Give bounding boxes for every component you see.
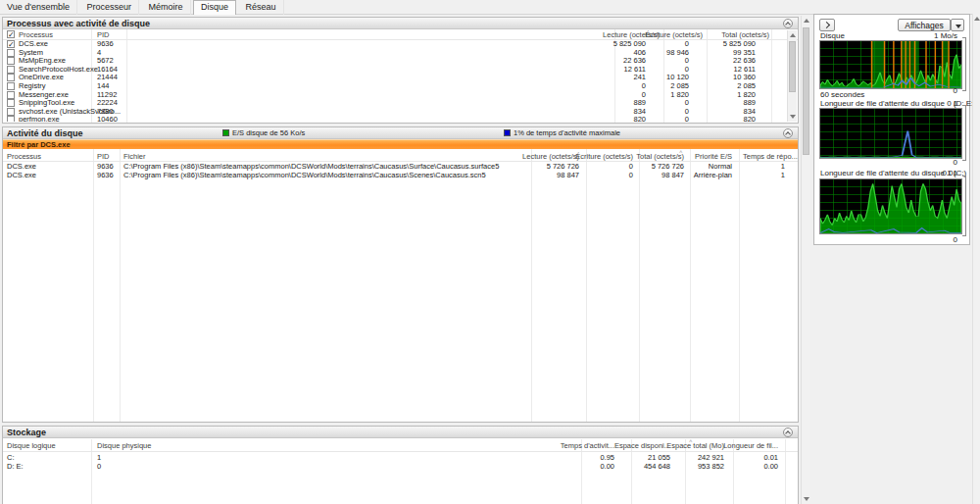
chart-title: Disque	[820, 31, 845, 40]
col-header-queue-length[interactable]: Longueur de fil...	[700, 440, 778, 452]
scroll-up-icon[interactable]	[790, 33, 796, 37]
chart-scale-top: 0.01	[942, 169, 957, 177]
chart-scale-bottom: 0	[954, 235, 957, 244]
tab-vue-densemble[interactable]: Vue d'ensemble	[0, 0, 77, 15]
processes-scrollbar[interactable]	[787, 30, 797, 122]
column-divider	[93, 149, 94, 422]
scale-bracket	[962, 37, 966, 91]
column-divider	[120, 149, 121, 422]
views-button[interactable]: Affichages	[898, 19, 951, 31]
scrollbar-thumb[interactable]	[803, 27, 809, 155]
scroll-up-icon[interactable]	[804, 19, 809, 23]
storage-rows: C: 1 0.95 21 055 242 921 0.01 D: E: 0 0.…	[3, 454, 798, 471]
cell-priority: Arrière-plan	[673, 172, 732, 180]
column-divider	[586, 149, 587, 422]
main-scrollbar[interactable]	[801, 16, 810, 504]
process-checkbox[interactable]	[7, 74, 15, 81]
processes-table-header: ✓ Processus PID Lecture (octets/s) Écrit…	[3, 29, 798, 40]
filter-bar[interactable]: Filtré par DCS.exe	[3, 139, 798, 149]
col-header-total[interactable]: Total (octets/s)	[691, 29, 769, 40]
activity-rows: DCS.exe 9636 C:\Program Files (x86)\Stea…	[3, 163, 798, 179]
process-checkbox[interactable]	[7, 91, 15, 99]
cell-queue: 0.00	[700, 463, 778, 472]
processes-panel-header[interactable]: Processus avec activité de disque	[3, 18, 798, 29]
collapse-icon[interactable]	[783, 128, 793, 138]
scale-bracket	[962, 176, 966, 236]
select-all-checkbox[interactable]: ✓	[7, 30, 15, 38]
disk-activity-panel: Activité du disque E/S disque de 56 Ko/s…	[2, 126, 799, 423]
tab-bar: Vue d'ensemble Processeur Mémoire Disque…	[0, 0, 980, 15]
process-row[interactable]: svchost.exe (UnistackSvcGro...7880834083…	[3, 108, 784, 117]
collapse-icon[interactable]	[783, 428, 793, 437]
sidebar-scrollbar[interactable]	[972, 14, 980, 504]
process-row[interactable]: MsMpEng.exe567222 636022 636	[3, 57, 784, 66]
cell-response: 1	[746, 163, 785, 172]
storage-title: Stockage	[7, 427, 46, 438]
tab-disque[interactable]: Disque	[193, 0, 236, 15]
processes-panel: Processus avec activité de disque ✓ Proc…	[2, 17, 799, 124]
cell-total: 98 847	[606, 172, 684, 180]
cell-physical: 0	[97, 463, 101, 472]
col-header-pid[interactable]: PID	[97, 29, 110, 40]
disk1-queue-graph	[819, 178, 962, 234]
process-row[interactable]: perfmon.exe104608200820	[3, 116, 784, 122]
process-checkbox[interactable]: ✓	[7, 40, 15, 48]
column-divider	[531, 149, 532, 422]
col-header-priority[interactable]: Priorité E/S	[673, 151, 732, 162]
col-header-process[interactable]: Processus	[19, 29, 53, 40]
col-header-physical-disk[interactable]: Disque physique	[97, 440, 151, 452]
column-divider	[739, 149, 740, 422]
io-legend-swatch	[222, 129, 229, 136]
chart-scale-bottom: 0	[954, 158, 957, 167]
cell-process: DCS.exe	[7, 172, 36, 180]
process-checkbox[interactable]	[7, 49, 15, 57]
col-header-process[interactable]: Processus	[7, 151, 41, 162]
col-header-total[interactable]: Total (octets/s)	[606, 151, 684, 162]
scroll-down-icon[interactable]	[804, 497, 809, 501]
process-checkbox[interactable]	[7, 99, 15, 107]
chart-scale-top: 1 Mo/s	[934, 31, 957, 40]
process-checkbox[interactable]	[7, 108, 15, 116]
chart-xlabel: 60 secondes	[820, 90, 864, 99]
collapse-sidebar-button[interactable]	[819, 19, 835, 31]
process-row[interactable]: System440698 94699 351	[3, 49, 784, 58]
table-row[interactable]: DCS.exe 9636 C:\Program Files (x86)\Stea…	[3, 172, 798, 180]
cell-file: C:\Program Files (x86)\Steam\steamapps\c…	[123, 172, 486, 180]
process-row[interactable]: Registry14402 0852 085	[3, 82, 784, 91]
tab-memoire[interactable]: Mémoire	[142, 0, 191, 15]
tab-reseau[interactable]: Réseau	[239, 0, 284, 15]
process-checkbox[interactable]	[7, 82, 15, 90]
activity-table-header: Processus PID Fichier Lecture (octets/s)…	[3, 151, 798, 162]
process-checkbox[interactable]	[7, 57, 15, 65]
cell-pid: 9636	[97, 172, 114, 180]
process-checkbox[interactable]	[7, 116, 15, 122]
process-checkbox[interactable]	[7, 66, 15, 74]
disk0-queue-graph	[819, 108, 962, 159]
tab-processeur[interactable]: Processeur	[79, 0, 139, 15]
disk-io-graph	[819, 40, 962, 89]
table-row[interactable]: C: 1 0.95 21 055 242 921 0.01	[3, 454, 798, 463]
filter-bar-label: Filtré par DCS.exe	[7, 140, 71, 149]
col-header-logical-disk[interactable]: Disque logique	[7, 440, 56, 452]
scrollbar-thumb[interactable]	[789, 41, 796, 92]
io-legend-label: E/S disque de 56 Ko/s	[232, 127, 305, 139]
col-header-pid[interactable]: PID	[97, 151, 110, 162]
cell-pid: 10460	[97, 116, 118, 122]
storage-header[interactable]: Stockage	[3, 427, 798, 438]
col-header-response[interactable]: Temps de répo...	[743, 151, 798, 162]
views-dropdown-button[interactable]	[951, 19, 964, 31]
scroll-down-icon[interactable]	[790, 115, 796, 119]
cell-total: 820	[677, 116, 756, 122]
process-row[interactable]: OneDrive.exe2144424110 12010 360	[3, 74, 784, 82]
chart-scale-bottom: 0	[954, 86, 957, 95]
disk-activity-header[interactable]: Activité du disque E/S disque de 56 Ko/s…	[3, 127, 798, 139]
cell-process: perfmon.exe	[19, 116, 60, 122]
process-row[interactable]: Messenger.exe1129201 8201 820	[3, 91, 784, 100]
activity-legend-label: 1% de temps d'activité maximale	[514, 127, 620, 139]
column-divider	[690, 149, 691, 422]
col-header-file[interactable]: Fichier	[123, 151, 146, 162]
column-divider	[639, 149, 640, 422]
table-row[interactable]: D: E: 0 0.00 454 648 953 852 0.00	[3, 463, 798, 472]
scroll-up-icon[interactable]	[974, 17, 980, 21]
collapse-icon[interactable]	[783, 19, 793, 28]
